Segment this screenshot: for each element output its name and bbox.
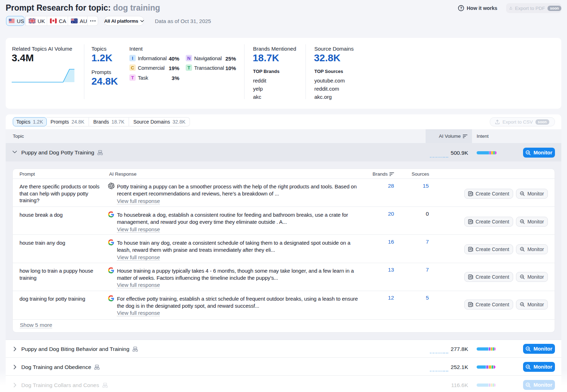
svg-text:?: ? bbox=[460, 6, 462, 10]
